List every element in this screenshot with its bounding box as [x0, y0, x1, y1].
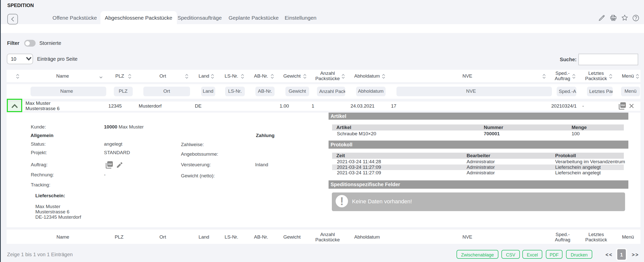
svg-text:PDF: PDF: [108, 163, 112, 165]
svg-text:PDF: PDF: [621, 104, 625, 106]
